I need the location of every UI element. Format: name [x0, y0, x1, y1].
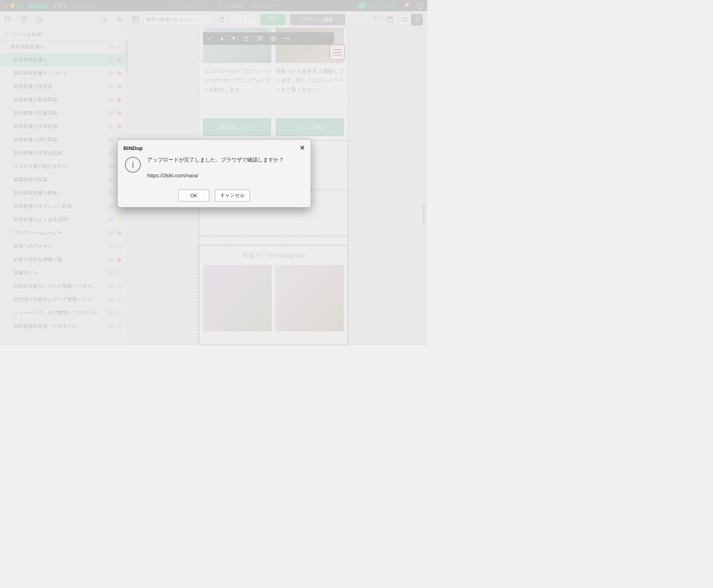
dialog-title: BiNDup: [123, 145, 143, 151]
close-icon[interactable]: ✕: [300, 144, 305, 152]
info-icon: i: [125, 157, 141, 173]
upload-complete-dialog: BiNDup ✕ i アップロードが完了しました。ブラウザで確認しますか？ ht…: [117, 139, 311, 207]
cancel-button[interactable]: キャンセル: [215, 190, 250, 201]
ok-button[interactable]: OK: [178, 190, 209, 201]
dialog-message: アップロードが完了しました。ブラウザで確認しますか？: [147, 156, 284, 163]
dialog-url: https://2kiki.com/nara/: [147, 172, 284, 178]
